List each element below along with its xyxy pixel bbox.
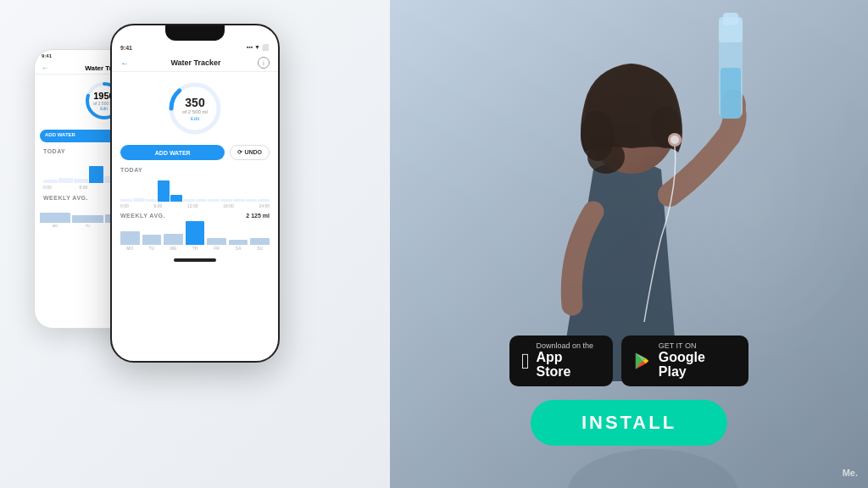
app-store-text: Download on the App Store — [537, 342, 601, 380]
phones-container: 9:41 ▪▪▪ ▪ ⬜ ← Water Tracker 1950 of 2 5… — [34, 24, 356, 464]
front-buttons: ADD WATER ⟳ UNDO — [112, 141, 278, 164]
weekly-bar — [40, 213, 70, 223]
bar-group: MO — [40, 213, 70, 228]
front-info-icon: i — [258, 57, 270, 69]
bar — [74, 179, 88, 183]
front-add-water-btn[interactable]: ADD WATER — [120, 145, 225, 160]
front-title: Water Tracker — [134, 58, 258, 67]
app-store-sub: Download on the — [537, 342, 601, 350]
front-weekly-header: WEEKLY AVG. 2 125 ml — [120, 213, 270, 219]
back-nav-arrow: ← — [42, 64, 48, 72]
weekly-bar — [72, 215, 103, 223]
front-chart-bars — [120, 176, 270, 202]
google-play-button[interactable]: GET IT ON Google Play — [621, 336, 748, 386]
front-weekly-label: WEEKLY AVG. — [120, 213, 165, 219]
front-weekly-value: 2 125 ml — [246, 213, 270, 219]
svg-point-11 — [670, 136, 679, 144]
front-nav: ← Water Tracker i — [112, 54, 278, 72]
front-status-bar: 9:41 ▪▪▪ ▼ ⬜ — [112, 41, 278, 54]
front-back-arrow: ← — [120, 58, 129, 68]
left-panel: 9:41 ▪▪▪ ▪ ⬜ ← Water Tracker 1950 of 2 5… — [0, 0, 390, 488]
front-today-label: TODAY — [112, 164, 278, 175]
install-button[interactable]: INSTALL — [531, 400, 727, 446]
google-play-text: GET IT ON Google Play — [659, 342, 737, 380]
front-signal-icons: ▪▪▪ ▼ ⬜ — [247, 44, 270, 51]
bar — [58, 178, 73, 183]
front-subtitle: of 2 500 ml — [182, 109, 208, 114]
front-circle-container: 350 of 2 500 ml Edit — [112, 72, 278, 141]
front-undo-btn[interactable]: ⟳ UNDO — [230, 145, 270, 160]
app-store-button[interactable]:  Download on the App Store — [509, 336, 613, 386]
google-play-icon — [633, 352, 652, 370]
phone-home-bar — [112, 253, 278, 265]
svg-rect-15 — [719, 17, 743, 42]
back-time: 9:41 — [42, 53, 52, 59]
bar — [43, 180, 58, 183]
me-logo: Me. — [843, 468, 858, 478]
bar — [89, 166, 103, 183]
google-play-svg — [633, 352, 652, 370]
front-amount: 350 — [182, 97, 208, 108]
google-play-sub: GET IT ON — [659, 342, 737, 350]
front-weekly-bars: MO TU WE TH — [120, 221, 270, 251]
weekly-bar-label: MO — [53, 224, 58, 228]
bar-group: TU — [72, 215, 103, 228]
front-daily-chart: 0:00 6:00 12:00 18:00 24:00 — [112, 175, 278, 210]
front-weekly-section: WEEKLY AVG. 2 125 ml MO TU WE — [112, 210, 278, 253]
google-play-name: Google Play — [659, 350, 737, 380]
front-chart-labels: 0:00 6:00 12:00 18:00 24:00 — [120, 203, 270, 208]
front-circle-text: 350 of 2 500 ml Edit — [182, 97, 208, 121]
front-circle: 350 of 2 500 ml Edit — [165, 79, 225, 138]
phone-notch — [165, 25, 225, 41]
app-store-name: App Store — [537, 350, 601, 380]
weekly-bar-label: TU — [86, 224, 90, 228]
front-edit: Edit — [182, 116, 208, 121]
svg-rect-16 — [721, 68, 741, 119]
store-buttons-container:  Download on the App Store GET IT ON Go… — [509, 336, 748, 386]
apple-icon:  — [521, 350, 530, 372]
phone-front: 9:41 ▪▪▪ ▼ ⬜ ← Water Tracker i 350 of 2 — [110, 24, 280, 363]
right-panel:  Download on the App Store GET IT ON Go… — [390, 0, 868, 488]
svg-point-9 — [587, 140, 625, 174]
front-time: 9:41 — [120, 45, 132, 51]
